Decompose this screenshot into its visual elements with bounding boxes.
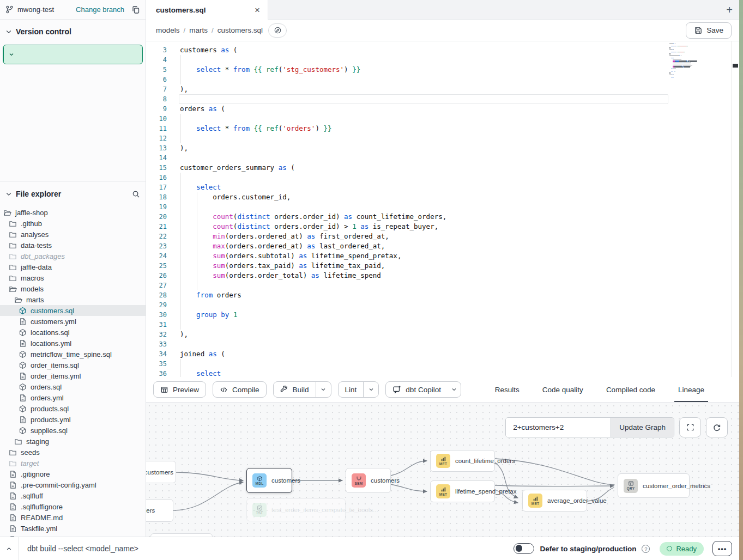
code-line-27[interactable]: 27 [146, 281, 739, 290]
tree-item-models[interactable]: models [0, 283, 146, 294]
code-line-12[interactable]: 12 [146, 133, 739, 143]
tree-item-readme-md[interactable]: README.md [0, 512, 146, 523]
tree-item--gitignore[interactable]: .gitignore [0, 468, 146, 479]
tree-item-taskfile-yml[interactable]: Taskfile.yml [0, 523, 146, 534]
lineage-node-count_lifetime_orders[interactable]: METcount_lifetime_orders [430, 450, 495, 472]
tree-item-staging[interactable]: staging [0, 436, 146, 447]
code-editor[interactable]: 3customers as (45 select * from {{ ref('… [146, 41, 739, 377]
tab-lineage[interactable]: Lineage [667, 377, 716, 402]
more-options-button[interactable]: ••• [712, 541, 732, 556]
code-line-14[interactable]: 14 [146, 153, 739, 163]
close-tab-icon[interactable]: × [255, 5, 260, 15]
tree-item-target[interactable]: target [0, 458, 146, 468]
breadcrumb-marts[interactable]: marts [189, 26, 208, 34]
code-line-15[interactable]: 15customer_orders_summary as ( [146, 163, 739, 173]
explore-lineage-button[interactable] [268, 23, 287, 38]
code-line-5[interactable]: 5 select * from {{ ref('stg_customers') … [146, 65, 739, 75]
create-pr-button[interactable]: Create a pull request on Git... [3, 45, 143, 64]
lineage-node-customers-semantic[interactable]: SEMcustomers [346, 468, 391, 493]
lineage-node-average_order_value[interactable]: METaverage_order_value [522, 490, 587, 512]
minimap[interactable] [669, 44, 715, 78]
tab-results[interactable]: Results [484, 377, 531, 402]
code-line-20[interactable]: 20 count(distinct orders.order_id) as co… [146, 212, 739, 222]
preview-button[interactable]: Preview [153, 381, 206, 398]
tree-item--sqlfluffignore[interactable]: .sqlfluffignore [0, 501, 146, 512]
help-icon[interactable]: ? [642, 545, 650, 553]
update-graph-button[interactable]: Update Graph [611, 418, 674, 437]
lineage-node-test-order-items[interactable]: TSTtest_order_items_compute_to_bools... [246, 498, 346, 521]
tree-item-analyses[interactable]: analyses [0, 229, 146, 240]
code-line-36[interactable]: 36 select [146, 369, 739, 377]
tree-item-orders-sql[interactable]: orders.sql [0, 381, 146, 392]
tree-item-products-yml[interactable]: products.yml [0, 414, 146, 425]
tree-item-dbt-packages[interactable]: dbt_packages [0, 251, 146, 261]
code-line-21[interactable]: 21 count(distinct orders.order_id) > 1 a… [146, 222, 739, 232]
code-line-19[interactable]: 19 [146, 202, 739, 212]
code-line-8[interactable]: 8 [146, 94, 739, 104]
code-line-9[interactable]: 9orders as ( [146, 104, 739, 114]
save-button[interactable]: Save [686, 22, 732, 39]
refresh-button[interactable] [706, 417, 728, 437]
tree-item-products-sql[interactable]: products.sql [0, 403, 146, 414]
defer-toggle[interactable] [514, 543, 534, 554]
tree-item-seeds[interactable]: seeds [0, 447, 146, 458]
code-line-23[interactable]: 23 max(orders.ordered_at) as last_ordere… [146, 241, 739, 251]
lint-dropdown-chevron[interactable] [363, 382, 378, 397]
code-line-28[interactable]: 28 from orders [146, 290, 739, 300]
code-line-29[interactable]: 29 [146, 300, 739, 310]
tab-customers-sql[interactable]: customers.sql × [146, 0, 268, 20]
lineage-selector-input[interactable] [506, 418, 611, 437]
command-input[interactable]: dbt build --select <model_name> [19, 544, 514, 553]
code-line-26[interactable]: 26 sum(orders.order_total) as lifetime_s… [146, 271, 739, 281]
lineage-node-customer_order_metrics[interactable]: QRYcustomer_order_metrics [618, 473, 690, 498]
tab-code-quality[interactable]: Code quality [531, 377, 595, 402]
breadcrumb-file[interactable]: customers.sql [218, 26, 263, 34]
code-line-11[interactable]: 11 select * from {{ ref('orders') }} [146, 124, 739, 133]
expand-console-button[interactable] [0, 537, 19, 560]
code-line-4[interactable]: 4 [146, 55, 739, 65]
code-line-6[interactable]: 6 [146, 75, 739, 84]
code-line-22[interactable]: 22 min(orders.ordered_at) as first_order… [146, 232, 739, 241]
tree-item--pre-commit-config-yaml[interactable]: .pre-commit-config.yaml [0, 479, 146, 490]
tree-item-customers-sql[interactable]: customers.sql [0, 305, 146, 316]
lineage-node-customers-model[interactable]: MDLcustomers [246, 468, 292, 493]
tree-item--github[interactable]: .github [0, 218, 146, 229]
lineage-node-stg_customers[interactable]: stg_customers [146, 461, 176, 483]
tree-item-supplies-sql[interactable]: supplies.sql [0, 425, 146, 436]
code-line-32[interactable]: 32), [146, 330, 739, 339]
code-line-31[interactable]: 31 [146, 320, 739, 330]
code-line-3[interactable]: 3customers as ( [146, 45, 739, 55]
code-line-10[interactable]: 10 [146, 114, 739, 124]
tree-item-data-tests[interactable]: data-tests [0, 240, 146, 251]
code-line-30[interactable]: 30 group by 1 [146, 310, 739, 320]
tree-item-customers-yml[interactable]: customers.yml [0, 316, 146, 327]
chevron-down-icon[interactable] [5, 191, 12, 197]
code-line-7[interactable]: 7), [146, 84, 739, 94]
build-dropdown-chevron[interactable] [316, 382, 331, 397]
code-line-13[interactable]: 13), [146, 143, 739, 153]
tree-item-locations-yml[interactable]: locations.yml [0, 338, 146, 349]
compile-button[interactable]: Compile [213, 381, 267, 398]
tree-item-marts[interactable]: marts [0, 294, 146, 305]
editor-scrollbar[interactable] [731, 41, 739, 377]
breadcrumb-models[interactable]: models [156, 26, 180, 34]
fullscreen-button[interactable] [679, 417, 701, 437]
code-line-24[interactable]: 24 sum(orders.subtotal) as lifetime_spen… [146, 251, 739, 261]
dbt-copilot-button[interactable]: dbt Copilot [385, 381, 461, 398]
lineage-node-orders[interactable]: orders [146, 499, 173, 522]
tree-item-order-items-yml[interactable]: order_items.yml [0, 370, 146, 381]
code-line-16[interactable]: 16 [146, 173, 739, 182]
code-line-25[interactable]: 25 sum(orders.tax_paid) as lifetime_tax_… [146, 261, 739, 271]
tree-item-orders-yml[interactable]: orders.yml [0, 392, 146, 403]
tree-item-jaffle-data[interactable]: jaffle-data [0, 261, 146, 272]
tree-item-locations-sql[interactable]: locations.sql [0, 327, 146, 338]
pr-dropdown-chevron[interactable] [3, 45, 19, 64]
scrollbar-thumb[interactable] [733, 64, 738, 68]
tree-item-metricflow-time-spine-sql[interactable]: metricflow_time_spine.sql [0, 349, 146, 360]
lint-button[interactable]: Lint [339, 382, 364, 397]
tree-item-jaffle-shop[interactable]: jaffle-shop [0, 207, 146, 218]
code-line-34[interactable]: 34joined as ( [146, 349, 739, 359]
tree-item-macros[interactable]: macros [0, 272, 146, 283]
new-tab-button[interactable]: + [726, 0, 733, 20]
copy-icon[interactable] [131, 5, 140, 14]
